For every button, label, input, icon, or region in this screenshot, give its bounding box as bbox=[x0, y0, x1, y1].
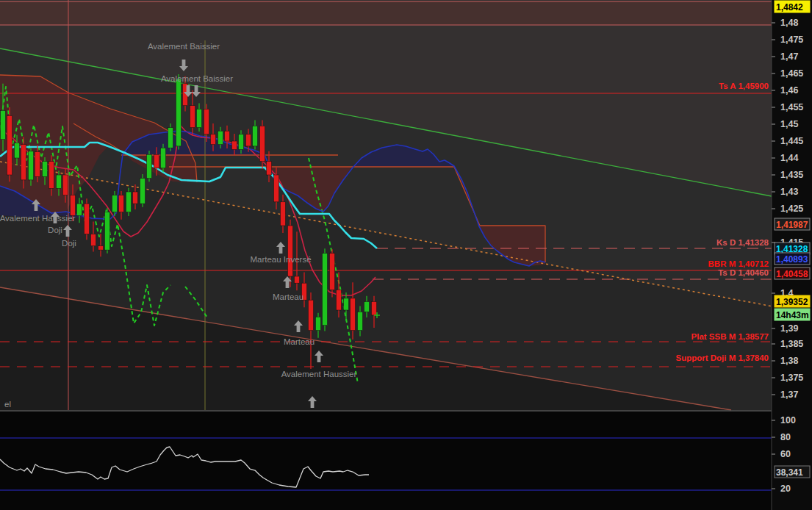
candle-body-down bbox=[91, 234, 96, 246]
candle-body-up bbox=[112, 195, 118, 212]
oscillator-panel-background bbox=[0, 412, 772, 510]
candle-body-up bbox=[161, 148, 166, 168]
candle-body-down bbox=[7, 116, 12, 176]
axis-indicator-label: 60 bbox=[780, 449, 791, 459]
axis-price-label: 1,37 bbox=[780, 389, 798, 400]
candle-body-down bbox=[85, 204, 90, 234]
pattern-annotation: Doji bbox=[48, 226, 62, 234]
level-label: Ks D 1,41328 bbox=[716, 238, 769, 247]
level-label: Ts A 1,45900 bbox=[719, 82, 769, 90]
candle-body-down bbox=[372, 302, 377, 315]
candle-body-down bbox=[21, 145, 26, 180]
candle-body-down bbox=[49, 162, 54, 189]
pattern-annotation: Avalement Baissier bbox=[148, 42, 220, 51]
axis-price-label: 1,375 bbox=[780, 373, 803, 383]
axis-price-label: 1,465 bbox=[780, 68, 803, 79]
pattern-annotation: Avalement Baissier bbox=[161, 74, 233, 83]
candle-body-up bbox=[358, 312, 363, 330]
candle-body-down bbox=[98, 246, 104, 251]
price-tag-box-label: 1,40893 bbox=[776, 254, 808, 265]
axis-price-label: 1,38 bbox=[780, 356, 798, 366]
trading-chart-window: Avalement BaissierAvalement BaissierAval… bbox=[0, 0, 812, 510]
axis-price-label: 1,46 bbox=[780, 85, 798, 96]
candle-body-up bbox=[253, 126, 258, 146]
candle-body-down bbox=[260, 126, 265, 161]
candle-body-up bbox=[176, 79, 182, 146]
axis-price-label: 1,385 bbox=[780, 339, 803, 349]
axis-price-label: 1,445 bbox=[780, 136, 803, 146]
candle-body-down bbox=[63, 175, 68, 195]
axis-price-label: 1,43 bbox=[780, 187, 798, 197]
candle-body-down bbox=[246, 134, 251, 146]
axis-price-label: 1,435 bbox=[780, 170, 803, 180]
axis-indicator-label: 100 bbox=[780, 415, 796, 425]
candle-body-up bbox=[1, 111, 6, 140]
candle-body-up bbox=[147, 154, 152, 178]
axis-price-label: 1,44 bbox=[780, 153, 798, 163]
axis-price-label: 1,39 bbox=[780, 323, 798, 334]
candle-body-down bbox=[309, 300, 314, 330]
candle-body-down bbox=[204, 109, 209, 134]
pattern-annotation: Marteau bbox=[284, 337, 315, 346]
candle-body-down bbox=[274, 175, 279, 202]
candle-body-up bbox=[364, 302, 370, 312]
candle-body-up bbox=[126, 192, 132, 212]
candle-body-up bbox=[239, 134, 244, 150]
pattern-annotation: Avalement Haussier bbox=[281, 370, 357, 378]
candle-body-down bbox=[190, 106, 195, 128]
axis-indicator-label: 80 bbox=[780, 432, 791, 442]
price-tag-box-label: 1,41328 bbox=[776, 244, 808, 254]
candle-body-up bbox=[77, 204, 82, 215]
oscillator-value-box-label: 38,341 bbox=[776, 467, 803, 478]
candle-body-down bbox=[267, 162, 272, 175]
candle-body-down bbox=[133, 192, 138, 204]
candle-body-up bbox=[29, 151, 34, 180]
resistance-zone-band bbox=[0, 1, 772, 25]
candle-body-down bbox=[281, 202, 286, 226]
candle-body-down bbox=[337, 290, 342, 310]
candle-body-up bbox=[140, 179, 145, 204]
candle-body-up bbox=[105, 212, 110, 251]
axis-price-label: 1,47 bbox=[780, 51, 798, 62]
level-label: BBR M 1,40712 bbox=[708, 259, 769, 268]
candle-body-down bbox=[71, 195, 76, 216]
candle-body-up bbox=[197, 109, 202, 127]
level-label: Support Doji M 1,37840 bbox=[675, 353, 769, 362]
axis-price-label: 1,45 bbox=[780, 119, 798, 129]
candle-body-down bbox=[330, 254, 335, 290]
axis-price-label: 1,425 bbox=[780, 204, 803, 214]
axis-price-label: 1,455 bbox=[780, 102, 803, 112]
chart-canvas[interactable]: Avalement BaissierAvalement BaissierAval… bbox=[0, 0, 812, 510]
candle-body-down bbox=[154, 154, 159, 168]
candle-body-down bbox=[351, 298, 356, 331]
axis-price-label: 1,475 bbox=[780, 35, 803, 45]
candle-body-down bbox=[211, 134, 216, 145]
candle-body-down bbox=[119, 195, 124, 212]
candle-body-up bbox=[15, 143, 20, 158]
candle-body-down bbox=[225, 131, 230, 141]
price-tag-box-label: 1,40458 bbox=[776, 269, 808, 279]
pattern-annotation: Marteau Inversé bbox=[250, 255, 311, 264]
price-tag-box-label: 1,39352 bbox=[776, 297, 808, 307]
candle-body-down bbox=[35, 152, 40, 177]
pattern-annotation: Avalement Haussier bbox=[0, 214, 76, 223]
price-tag-box-label: 1,41987 bbox=[776, 220, 808, 230]
axis-indicator-label: 20 bbox=[780, 484, 791, 494]
pattern-annotation: Marteau bbox=[273, 292, 303, 301]
candle-body-up bbox=[57, 175, 62, 188]
candle-body-down bbox=[295, 276, 300, 283]
pattern-annotation: el bbox=[4, 400, 11, 409]
candle-body-up bbox=[316, 317, 321, 330]
candle-body-up bbox=[344, 298, 349, 310]
candle-body-up bbox=[323, 254, 328, 326]
price-tag-box-label: 1,4842 bbox=[776, 2, 803, 12]
level-label: Plat SSB M 1,38577 bbox=[691, 332, 769, 341]
axis-price-label: 1,48 bbox=[780, 18, 798, 28]
candle-body-down bbox=[288, 226, 293, 276]
candle-body-up bbox=[168, 128, 173, 148]
level-label: Ts D 1,40460 bbox=[718, 268, 769, 277]
candle-body-up bbox=[218, 131, 223, 144]
price-tag-box-label: 14h43m bbox=[776, 310, 809, 320]
candle-body-down bbox=[232, 141, 237, 150]
candle-body-up bbox=[43, 162, 48, 177]
